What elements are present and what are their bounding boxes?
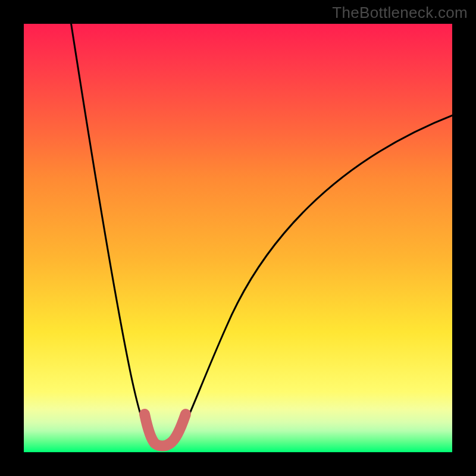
watermark-text: TheBottleneck.com <box>332 4 468 22</box>
bottleneck-curve <box>24 24 452 452</box>
curve-right <box>177 113 458 440</box>
plot-area <box>24 24 452 452</box>
highlight-right <box>170 414 186 443</box>
chart-container: TheBottleneck.com <box>0 0 476 476</box>
curve-left <box>70 18 151 440</box>
